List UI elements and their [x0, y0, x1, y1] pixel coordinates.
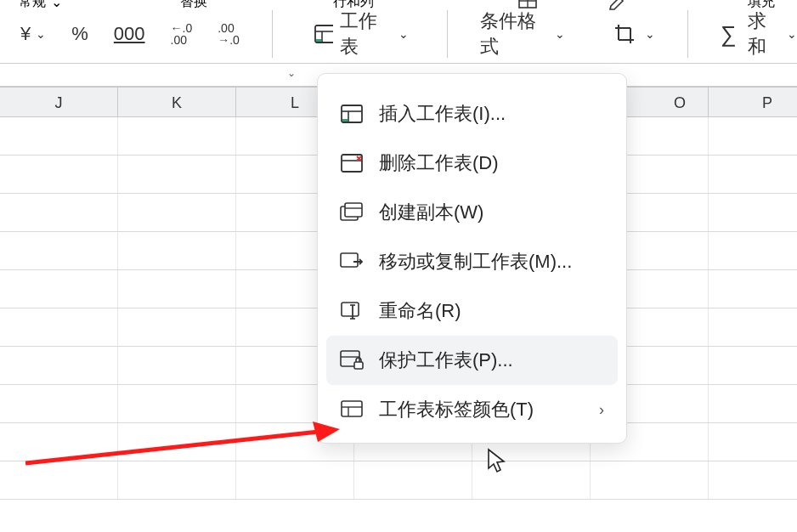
protect-sheet-icon [340, 350, 364, 371]
percent-format-button[interactable]: % [71, 23, 88, 45]
svg-rect-10 [342, 119, 348, 122]
increase-decimal-button[interactable]: .00 →.0 [218, 22, 240, 46]
crop-button[interactable]: ⌄ [613, 22, 655, 46]
currency-format-button[interactable]: ¥⌄ [20, 23, 46, 45]
ribbon-divider [447, 10, 448, 58]
style-dropdown-fragment[interactable]: 常规 [19, 0, 46, 11]
svg-rect-18 [341, 253, 358, 267]
worksheet-button-label: 工作表 [340, 8, 388, 59]
column-header-p[interactable]: P [709, 88, 797, 116]
worksheet-icon [314, 25, 333, 43]
fx-dropdown-icon[interactable]: ⌄ [287, 67, 296, 79]
replace-fragment[interactable]: 替换 [180, 0, 207, 11]
menu-insert-sheet[interactable]: 插入工作表(I)... [326, 89, 618, 139]
insert-sheet-icon [341, 105, 363, 123]
conditional-format-button[interactable]: 条件格式⌄ [480, 8, 565, 59]
svg-rect-6 [316, 39, 321, 42]
svg-rect-25 [354, 362, 363, 369]
rowcol-fragment[interactable]: 行和列 [333, 0, 374, 11]
column-header-j[interactable]: J [0, 88, 118, 116]
ribbon-divider [687, 10, 688, 58]
rename-icon [341, 302, 363, 320]
menu-item-label: 重命名(R) [379, 298, 461, 324]
menu-duplicate-sheet[interactable]: 创建副本(W) [326, 188, 618, 237]
menu-rename-sheet[interactable]: 重命名(R) [326, 286, 618, 336]
menu-item-label: 创建副本(W) [379, 200, 483, 225]
sum-button[interactable]: ∑ 求和 ⌄ [721, 8, 797, 59]
menu-protect-sheet[interactable]: 保护工作表(P)... [326, 336, 618, 385]
menu-tab-color[interactable]: 工作表标签颜色(T) › [326, 385, 618, 434]
ribbon-divider [272, 10, 273, 58]
menu-item-label: 工作表标签颜色(T) [379, 397, 534, 422]
table-small-icon [518, 0, 537, 8]
move-sheet-icon [340, 252, 364, 271]
worksheet-context-menu: 插入工作表(I)... 删除工作表(D) 创建副本(W) 移动或复制工作表(M)… [317, 73, 627, 444]
sigma-icon: ∑ [721, 21, 737, 48]
menu-delete-sheet[interactable]: 删除工作表(D) [326, 139, 618, 188]
ribbon-number-section: ¥⌄ % 000 ←.0 .00 .00 →.0 工作表 ⌄ 条件格式⌄ ⌄ ∑… [0, 5, 797, 63]
fill-fragment[interactable]: 填充 [748, 0, 775, 11]
decrease-decimal-button[interactable]: ←.0 .00 [171, 22, 193, 46]
column-header-k[interactable]: K [118, 88, 236, 116]
menu-item-label: 移动或复制工作表(M)... [379, 249, 572, 274]
menu-move-copy-sheet[interactable]: 移动或复制工作表(M)... [326, 237, 618, 286]
svg-rect-16 [345, 203, 362, 217]
tab-color-icon [341, 400, 363, 419]
highlighter-icon [608, 0, 627, 10]
chevron-down-icon: ⌄ [398, 27, 409, 41]
svg-rect-26 [342, 401, 362, 416]
submenu-arrow-icon: › [599, 401, 604, 419]
worksheet-dropdown-button[interactable]: 工作表 ⌄ [305, 4, 418, 64]
menu-item-label: 删除工作表(D) [379, 150, 499, 176]
duplicate-sheet-icon [340, 202, 364, 223]
thousands-format-button[interactable]: 000 [114, 23, 145, 45]
menu-item-label: 保护工作表(P)... [379, 348, 513, 373]
menu-item-label: 插入工作表(I)... [379, 101, 506, 127]
delete-sheet-icon [341, 154, 363, 173]
